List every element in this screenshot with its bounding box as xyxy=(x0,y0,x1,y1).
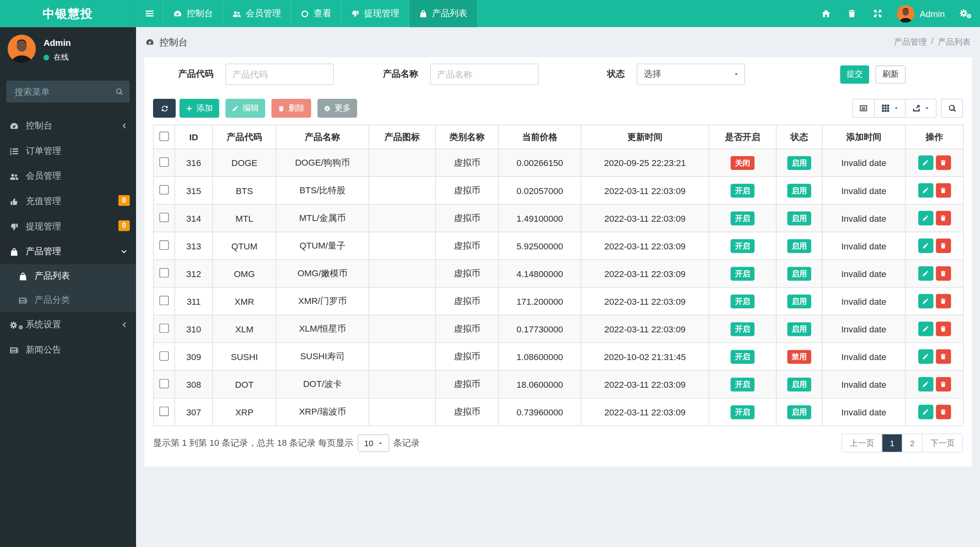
edit-button[interactable]: 编辑 xyxy=(225,99,265,118)
row-checkbox[interactable] xyxy=(159,185,169,194)
select-all-header xyxy=(153,125,175,149)
export-button[interactable] xyxy=(906,99,936,118)
shopping-bag-icon xyxy=(419,9,428,18)
settings-button[interactable] xyxy=(951,0,980,27)
sidebar-toggle[interactable] xyxy=(136,0,164,27)
cell-id: 309 xyxy=(175,343,213,370)
fullscreen-button[interactable] xyxy=(865,0,891,27)
nav-item-withdraw[interactable]: 提现管理 xyxy=(341,0,409,27)
search-input[interactable] xyxy=(6,81,130,103)
product-name-input[interactable] xyxy=(430,64,539,85)
product-table-wrap: ID 产品代码 产品名称 产品图标 类别名称 当前价格 更新时间 是否开启 状态… xyxy=(153,124,963,426)
sidebar-item-withdraw[interactable]: 提现管理 0 xyxy=(0,214,136,239)
user-menu[interactable]: Admin xyxy=(891,0,951,27)
cell-status: 启用 xyxy=(776,177,822,204)
nav-item-product-list[interactable]: 产品列表 xyxy=(409,0,477,27)
edit-row-button[interactable] xyxy=(918,349,933,364)
delete-row-button[interactable] xyxy=(936,405,951,419)
delete-row-button[interactable] xyxy=(936,377,951,392)
row-checkbox[interactable] xyxy=(159,240,169,250)
edit-row-button[interactable] xyxy=(918,266,933,281)
brand-logo[interactable]: 中银慧投 xyxy=(0,0,136,27)
next-page-button[interactable]: 下一页 xyxy=(922,434,962,452)
edit-row-button[interactable] xyxy=(918,183,933,198)
edit-row-button[interactable] xyxy=(918,211,933,226)
edit-row-button[interactable] xyxy=(918,155,933,170)
refresh-button[interactable]: 刷新 xyxy=(876,65,906,83)
page-button-1[interactable]: 1 xyxy=(882,434,902,452)
pagination: 上一页 1 2 下一页 xyxy=(842,434,963,453)
delete-row-button[interactable] xyxy=(936,239,951,253)
sidebar-item-product-category[interactable]: 产品分类 xyxy=(0,288,136,312)
column-header-code: 产品代码 xyxy=(212,125,276,149)
select-all-checkbox[interactable] xyxy=(159,131,169,141)
more-button[interactable]: 更多 xyxy=(318,99,357,118)
cell-open: 开启 xyxy=(709,315,776,343)
cell-code: BTS xyxy=(212,177,276,204)
nav-item-dashboard[interactable]: 控制台 xyxy=(164,0,223,27)
cell-added: Invalid date xyxy=(822,343,905,370)
cell-id: 316 xyxy=(175,149,213,177)
product-code-input[interactable] xyxy=(225,64,334,85)
breadcrumb-parent[interactable]: 产品管理 xyxy=(894,36,927,48)
edit-row-button[interactable] xyxy=(918,322,933,336)
column-header-actions: 操作 xyxy=(905,125,963,149)
nav-item-view[interactable]: 查看 xyxy=(291,0,341,27)
nav-item-members[interactable]: 会员管理 xyxy=(223,0,291,27)
sidebar-item-news[interactable]: 新闻公告 xyxy=(0,338,136,363)
sidebar-item-recharge[interactable]: 充值管理 0 xyxy=(0,189,136,214)
cell-open: 开启 xyxy=(709,287,776,315)
row-checkbox[interactable] xyxy=(159,323,169,333)
delete-row-button[interactable] xyxy=(936,266,951,281)
columns-button[interactable] xyxy=(875,99,906,118)
status-select[interactable]: 选择 xyxy=(637,64,745,85)
edit-row-button[interactable] xyxy=(918,239,933,253)
count-badge: 0 xyxy=(118,195,130,206)
delete-row-button[interactable] xyxy=(936,294,951,309)
trash-button[interactable] xyxy=(839,0,865,27)
row-checkbox[interactable] xyxy=(159,406,169,416)
page-button-2[interactable]: 2 xyxy=(902,434,922,452)
app-root: 中银慧投 控制台 会员管理 查看 提现管理 产品列表 Admin xyxy=(0,0,980,547)
sidebar-item-members[interactable]: 会员管理 xyxy=(0,164,136,189)
table-search-button[interactable] xyxy=(941,99,963,118)
filter-form: 产品代码 产品名称 状态 选择 提交 刷新 xyxy=(153,64,963,85)
delete-row-button[interactable] xyxy=(936,183,951,198)
edit-row-button[interactable] xyxy=(918,377,933,392)
row-checkbox[interactable] xyxy=(159,296,169,305)
cell-status: 启用 xyxy=(776,204,822,232)
cell-category: 虚拟币 xyxy=(435,204,498,232)
delete-row-button[interactable] xyxy=(936,211,951,226)
grid-icon xyxy=(881,104,890,113)
cell-code: SUSHI xyxy=(212,343,276,370)
toggle-pagination-button[interactable] xyxy=(852,99,875,118)
cell-icon xyxy=(369,204,435,232)
edit-row-button[interactable] xyxy=(918,405,933,419)
delete-row-button[interactable] xyxy=(936,349,951,364)
delete-row-button[interactable] xyxy=(936,322,951,336)
sidebar-item-products[interactable]: 产品管理 xyxy=(0,239,136,264)
sidebar-user-status[interactable]: 在线 xyxy=(44,52,71,63)
sidebar-item-dashboard[interactable]: 控制台 xyxy=(0,113,136,139)
page-size-button[interactable]: 10 xyxy=(358,434,389,452)
reload-button[interactable] xyxy=(153,99,176,118)
sidebar-item-settings[interactable]: 系统设置 xyxy=(0,312,136,338)
delete-row-button[interactable] xyxy=(936,155,951,170)
add-button[interactable]: 添加 xyxy=(180,99,219,118)
home-button[interactable] xyxy=(813,0,839,27)
top-navbar: 中银慧投 控制台 会员管理 查看 提现管理 产品列表 Admin xyxy=(0,0,980,27)
row-checkbox[interactable] xyxy=(159,212,169,222)
row-checkbox[interactable] xyxy=(159,268,169,277)
delete-button[interactable]: 删除 xyxy=(271,99,311,118)
product-list-panel: 产品代码 产品名称 状态 选择 提交 刷新 添加 编辑 删除 xyxy=(144,57,972,466)
edit-row-button[interactable] xyxy=(918,294,933,309)
row-checkbox[interactable] xyxy=(159,351,169,360)
sidebar-item-product-list[interactable]: 产品列表 xyxy=(0,264,136,289)
prev-page-button[interactable]: 上一页 xyxy=(842,434,882,452)
row-checkbox[interactable] xyxy=(159,379,169,388)
sidebar-item-orders[interactable]: 订单管理 xyxy=(0,138,136,164)
sidebar-item-label: 提现管理 xyxy=(26,221,61,232)
row-checkbox[interactable] xyxy=(159,157,169,166)
submit-button[interactable]: 提交 xyxy=(840,65,869,83)
cell-price: 1.49100000 xyxy=(498,204,581,232)
